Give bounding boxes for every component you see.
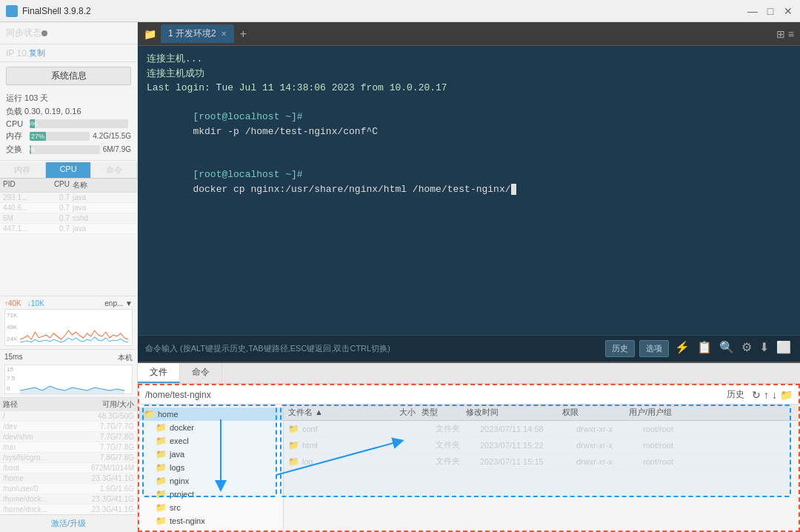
svg-text:15: 15 [7, 366, 13, 373]
command-hint: 命令输入 (按ALT键提示历史,TAB键路径,ESC键返回,双击CTRL切换) [145, 343, 605, 354]
session-tab[interactable]: 1 开发环境2 ✕ [161, 24, 234, 43]
folder-icon: 📁 [144, 28, 156, 40]
file-manager: 📁 home 📁 docker 📁 execl [139, 405, 799, 531]
terminal-cmd: docker cp nginx:/usr/share/nginx/html /h… [193, 184, 516, 195]
file-row-conf[interactable]: 📁 conf 文件夹 2023/07/11 14:58 drwxr-xr-x r… [284, 421, 799, 437]
folder-icon: 📁 [288, 424, 299, 434]
tree-item-logs[interactable]: 📁 logs [139, 461, 283, 474]
cpu-stat-row: CPU 5% [6, 119, 131, 128]
file-manager-wrapper: /home/test-nginx 历史 ↻ ↑ ↓ 📁 📁 home [138, 384, 800, 532]
tree-item-label: project [170, 490, 194, 499]
folder-icon: 📁 [156, 502, 167, 513]
tree-item-docker[interactable]: 📁 docker [139, 421, 283, 434]
tab-commands[interactable]: 命令 [91, 162, 137, 178]
disk-row: /home/dock...23.3G/41.1G [0, 494, 137, 505]
sysinfo-button[interactable]: 系统信息 [6, 67, 131, 85]
file-mtime: 2023/07/11 15:22 [480, 441, 576, 450]
folder-icon: 📁 [156, 489, 167, 499]
latency-target: 本机 [118, 353, 133, 363]
new-folder-icon[interactable]: 📁 [780, 389, 793, 401]
process-row: 6M0.7sshd [0, 213, 137, 224]
download-file-icon[interactable]: ↓ [772, 389, 777, 401]
terminal-prompt: [root@localhost ~]# [193, 111, 308, 122]
tree-item-execl[interactable]: 📁 execl [139, 434, 283, 448]
net-interface: enp... ▼ [104, 299, 133, 307]
svg-text:49K: 49K [7, 324, 18, 330]
clipboard-icon[interactable]: 📋 [697, 340, 712, 357]
terminal[interactable]: 连接主机... 连接主机成功 Last login: Tue Jul 11 14… [138, 46, 800, 335]
file-owner: root/root [643, 457, 794, 466]
upload-file-icon[interactable]: ↑ [764, 389, 769, 401]
latency-graph: 15ms 本机 15 7.5 0 [0, 349, 137, 397]
bottom-panel: 文件 命令 /home/test-nginx 历史 ↻ ↑ ↓ 📁 [138, 362, 800, 532]
swap-stat-row: 交换 0% 6M/7.9G [6, 144, 131, 155]
tree-item-project[interactable]: 📁 project [139, 488, 283, 501]
process-row: 440.6...0.7java [0, 203, 137, 213]
cursor [511, 184, 517, 195]
tab-actions: ⊞ ≡ [776, 28, 794, 40]
file-name: html [302, 441, 391, 450]
cpu-bar-wrap: 5% [30, 119, 128, 128]
tab-memory[interactable]: 内存 [0, 162, 46, 178]
folder-icon: 📁 [156, 422, 167, 433]
file-perm: drwxr-xr-x [576, 457, 643, 466]
terminal-cmd: mkdir -p /home/test-nginx/conf^C [193, 126, 378, 137]
minimize-button[interactable]: — [747, 5, 759, 17]
file-type: 文件夹 [436, 423, 480, 434]
disk-table: 路径 可用/大小 /48.3G/50G /dev7.7G/7.7G /dev/s… [0, 397, 137, 515]
tree-item-label: test-nginx [170, 516, 205, 525]
tree-item-label: logs [170, 463, 184, 472]
upgrade-button[interactable]: 激活/升级 [51, 519, 86, 528]
net-down-label: ↓10K [27, 299, 44, 307]
search-icon[interactable]: 🔍 [719, 340, 734, 357]
tree-item-nginx[interactable]: 📁 nginx [139, 474, 283, 488]
file-tree: 📁 home 📁 docker 📁 execl [139, 405, 284, 531]
add-tab-button[interactable]: + [240, 27, 247, 41]
maximize-button[interactable]: □ [764, 5, 776, 17]
history-button[interactable]: 历史 [605, 340, 635, 357]
tab-files[interactable]: 文件 [138, 363, 180, 383]
tab-close-button[interactable]: ✕ [221, 30, 227, 38]
upload-icon[interactable]: ⬜ [776, 340, 791, 357]
process-tabs: 内存 CPU 命令 [0, 162, 137, 179]
terminal-line: [root@localhost ~]# mkdir -p /home/test-… [147, 96, 791, 153]
file-row-html[interactable]: 📁 html 文件夹 2023/07/11 15:22 drwxr-xr-x r… [284, 437, 799, 453]
tree-item-home[interactable]: 📁 home [139, 408, 283, 421]
current-path: /home/test-nginx [145, 390, 727, 400]
close-button[interactable]: ✕ [782, 5, 794, 17]
col-name: 文件名 ▲ [288, 407, 377, 418]
cpu-stat-label: CPU [6, 119, 27, 128]
col-type: 类型 [421, 407, 466, 418]
ip-row: IP 10. 复制 [0, 44, 137, 62]
sync-dot [41, 30, 47, 36]
mem-detail: 4.2G/15.5G [93, 132, 131, 140]
tab-commands-bottom[interactable]: 命令 [180, 363, 222, 383]
folder-icon: 📁 [156, 476, 167, 486]
file-perm: drwxr-xr-x [576, 425, 643, 433]
menu-button[interactable]: ≡ [788, 28, 794, 40]
grid-view-button[interactable]: ⊞ [776, 28, 785, 40]
tab-cpu[interactable]: CPU [46, 162, 92, 178]
disk-row: /home/dock...23.3G/41.1G [0, 505, 137, 515]
download-icon[interactable]: ⬇ [759, 340, 769, 357]
refresh-icon[interactable]: ↻ [752, 389, 761, 401]
tree-item-java[interactable]: 📁 java [139, 448, 283, 461]
folder-icon: 📁 [156, 436, 167, 446]
file-owner: root/root [643, 425, 794, 433]
file-list: 文件名 ▲ 大小 类型 修改时间 权限 用户/用户组 📁 conf 文件夹 [284, 405, 799, 531]
lightning-icon[interactable]: ⚡ [675, 340, 690, 357]
swap-bar: 0% [30, 145, 31, 154]
latency-chart: 15 7.5 0 [4, 365, 133, 394]
tree-item-src[interactable]: 📁 src [139, 501, 283, 514]
copy-button[interactable]: 复制 [29, 47, 45, 59]
settings-icon[interactable]: ⚙ [741, 340, 752, 357]
history-label: 历史 [727, 388, 744, 401]
file-name: conf [302, 425, 391, 433]
disk-row: /home23.3G/41.1G [0, 473, 137, 484]
tree-item-test-nginx[interactable]: 📁 test-nginx [139, 514, 283, 528]
options-button[interactable]: 选项 [639, 340, 669, 357]
process-list-header: PID CPU 名称 [0, 179, 137, 193]
latency-value: 15ms [4, 353, 22, 363]
file-row-log[interactable]: 📁 log 文件夹 2023/07/11 15:15 drwxr-xr-x ro… [284, 453, 799, 470]
mem-stat-label: 内存 [6, 130, 27, 142]
